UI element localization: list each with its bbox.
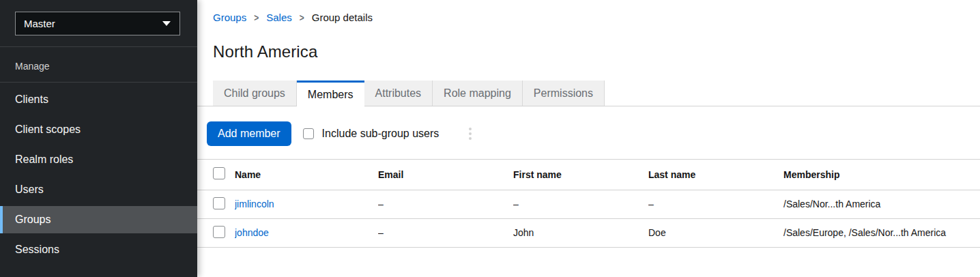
table-row: johndoe – John Doe /Sales/Europe, /Sales… [197,218,980,247]
breadcrumb-separator-icon: > [300,9,304,26]
row-checkbox[interactable] [213,226,225,238]
select-all-checkbox[interactable] [213,167,225,179]
member-link[interactable]: johndoe [235,227,269,238]
breadcrumb-link-groups[interactable]: Groups [213,10,246,25]
sidebar-item-label: Realm roles [15,154,73,166]
sidebar-item-users[interactable]: Users [0,176,197,203]
add-member-button[interactable]: Add member [207,121,291,146]
kebab-menu-icon[interactable] [465,125,476,143]
include-subgroups-label: Include sub-group users [322,128,439,140]
cell-membership: /Sales/Europe, /Sales/Nor...th America [783,218,980,247]
cell-first-name: – [513,190,648,218]
cell-email: – [378,190,513,218]
include-subgroups-control: Include sub-group users [303,128,439,140]
tab-permissions[interactable]: Permissions [523,81,605,106]
member-link[interactable]: jimlincoln [235,199,274,209]
sidebar-item-label: Groups [15,214,51,226]
breadcrumb-link-sales[interactable]: Sales [266,10,292,25]
table-row: jimlincoln – – – /Sales/Nor...th America [197,190,980,218]
column-header-first-name: First name [513,160,648,190]
column-header-name: Name [235,160,378,190]
tab-members[interactable]: Members [297,81,364,106]
cell-last-name: – [648,190,783,218]
cell-email: – [378,218,513,247]
breadcrumb-separator-icon: > [254,9,259,26]
realm-selector-dropdown[interactable]: Master [15,12,180,35]
members-table: Name Email First name Last name Membersh… [197,160,980,248]
page-title: North America [213,42,964,61]
nav-section-title: Manage [0,47,197,82]
tab-label: Attributes [375,87,422,100]
tab-label: Permissions [534,87,593,100]
sidebar-item-label: Sessions [15,244,59,256]
tab-role-mapping[interactable]: Role mapping [433,81,523,106]
sidebar-item-groups[interactable]: Groups [0,206,197,233]
include-subgroups-checkbox[interactable] [303,128,314,139]
tab-child-groups[interactable]: Child groups [213,81,297,106]
sidebar-item-client-scopes[interactable]: Client scopes [0,116,197,143]
column-header-last-name: Last name [648,160,783,190]
sidebar-item-label: Users [15,184,44,196]
table-header-row: Name Email First name Last name Membersh… [197,160,980,190]
cell-membership: /Sales/Nor...th America [783,190,980,218]
cell-last-name: Doe [648,218,783,247]
sidebar-item-label: Clients [15,93,48,106]
tab-bar: Child groups Members Attributes Role map… [197,81,980,106]
sidebar-item-clients[interactable]: Clients [0,86,197,113]
tab-label: Role mapping [444,87,511,100]
tab-label: Members [308,89,354,101]
sidebar-nav: Clients Client scopes Realm roles Users … [0,83,197,263]
page-header: Groups > Sales > Group details North Ame… [197,0,980,61]
column-header-membership: Membership [783,160,980,190]
breadcrumb: Groups > Sales > Group details [213,10,964,25]
main-content: Groups > Sales > Group details North Ame… [197,0,980,277]
column-header-email: Email [378,160,513,190]
row-checkbox[interactable] [213,197,225,209]
tab-label: Child groups [224,87,285,100]
cell-first-name: John [513,218,648,247]
realm-selector-label: Master [24,18,55,29]
sidebar: Master Manage Clients Client scopes Real… [0,0,197,277]
sidebar-item-label: Client scopes [15,123,81,136]
sidebar-item-sessions[interactable]: Sessions [0,236,197,263]
tab-attributes[interactable]: Attributes [364,81,433,106]
caret-down-icon [162,21,171,26]
members-toolbar: Add member Include sub-group users [197,106,980,160]
sidebar-item-realm-roles[interactable]: Realm roles [0,146,197,173]
breadcrumb-current: Group details [312,10,373,25]
